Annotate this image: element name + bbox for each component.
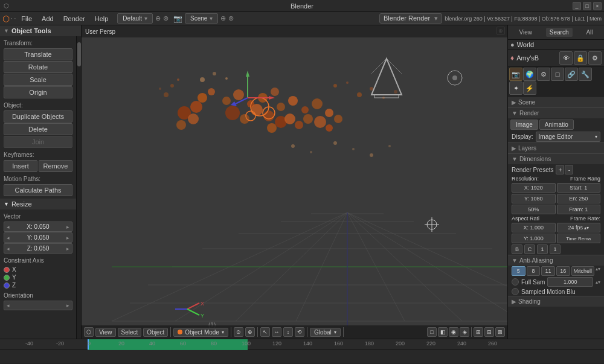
- viewport-shade-1[interactable]: □: [427, 327, 437, 337]
- menu-help[interactable]: Help: [91, 14, 113, 24]
- snap-icon[interactable]: ⊕: [245, 327, 255, 337]
- x-cb[interactable]: [4, 267, 10, 273]
- duplicate-button[interactable]: Duplicate Objects: [4, 110, 72, 123]
- fps-arrows[interactable]: ▴▾: [584, 225, 589, 231]
- calculate-paths-button[interactable]: Calculate Paths: [4, 184, 72, 196]
- pivot-icon[interactable]: ⊙: [234, 327, 243, 337]
- plus-icon[interactable]: ⊕: [155, 14, 161, 22]
- viewport-extra-3[interactable]: ⊠: [495, 327, 505, 337]
- delete-button[interactable]: Delete: [4, 123, 72, 135]
- scale-button[interactable]: Scale: [4, 74, 72, 86]
- fps-field[interactable]: 24 fps ▴▾: [557, 223, 601, 232]
- select-button[interactable]: Select: [118, 328, 142, 337]
- x-input[interactable]: ◂ X: 0.050 ▸: [4, 222, 72, 232]
- origin-button[interactable]: Origin: [4, 86, 72, 98]
- user-icon-btn-2[interactable]: 🔒: [574, 51, 587, 65]
- remove-button[interactable]: Remove: [39, 160, 72, 172]
- display-dropdown[interactable]: Image Editor ▾: [536, 132, 600, 142]
- aa-5[interactable]: 5: [512, 266, 525, 276]
- user-icon-btn-3[interactable]: ⚙: [588, 51, 602, 65]
- close-button[interactable]: ×: [593, 2, 602, 10]
- aa-filter[interactable]: Mitchell: [571, 266, 595, 276]
- view-menu-icon[interactable]: ⬡: [84, 327, 94, 337]
- left-panel-scrollbar[interactable]: [76, 36, 81, 339]
- search-tab[interactable]: Search: [546, 28, 573, 37]
- mode-selector[interactable]: Object Mode ▾: [173, 328, 228, 337]
- y-input[interactable]: ◂ Y: 0.050 ▸: [4, 232, 72, 243]
- prop-icon-particles[interactable]: ✦: [509, 81, 522, 95]
- motion-blur-cb[interactable]: [512, 288, 519, 295]
- aa-section[interactable]: ▼ Anti-Aliasing: [508, 255, 604, 266]
- minus-btn[interactable]: -: [565, 165, 573, 174]
- y-cb[interactable]: [4, 275, 10, 281]
- image-tab[interactable]: Image: [510, 120, 538, 130]
- insert-button[interactable]: Insert: [4, 160, 37, 172]
- viewport-extra-2[interactable]: ⊟: [484, 327, 494, 337]
- f2-field[interactable]: 1: [550, 244, 561, 254]
- view-tab[interactable]: View: [515, 28, 536, 37]
- user-icon-btn-1[interactable]: 👁: [559, 51, 573, 65]
- resize-section[interactable]: ▼ Resize: [0, 199, 76, 209]
- animation-tab[interactable]: Animatio: [539, 120, 574, 130]
- rotate-button[interactable]: Rotate: [4, 61, 72, 73]
- full-sample-arrows[interactable]: ▴▾: [596, 279, 600, 285]
- plus-scene-icon[interactable]: ⊕: [220, 14, 226, 22]
- x-icon[interactable]: ⊗: [163, 14, 169, 22]
- shading-section[interactable]: ▶ Shading: [508, 296, 604, 307]
- viewport-extra-1[interactable]: ⊞: [474, 327, 483, 337]
- viewport[interactable]: User Persp: [82, 25, 507, 339]
- object-button[interactable]: Object: [143, 328, 168, 337]
- full-sample-cb[interactable]: [512, 278, 519, 286]
- aa-filter-arrows[interactable]: ▴▾: [596, 266, 600, 276]
- tool-4[interactable]: ⟲: [295, 327, 304, 337]
- transform-selector[interactable]: Global ▾: [310, 328, 341, 337]
- c-field[interactable]: C: [524, 244, 535, 254]
- minimize-button[interactable]: _: [573, 2, 581, 10]
- start-field[interactable]: Start: 1: [557, 183, 601, 193]
- prop-icon-physics[interactable]: ⚡: [523, 81, 536, 95]
- res-y-field[interactable]: Y: 1080: [512, 194, 556, 203]
- maximize-button[interactable]: □: [583, 2, 591, 10]
- translate-button[interactable]: Translate: [4, 48, 72, 60]
- z-arrow-left[interactable]: ◂: [7, 246, 10, 252]
- timeline[interactable]: -40 -20 0 20 40 60 80 100 120 140 160 18…: [0, 339, 604, 363]
- asp-x-field[interactable]: X: 1.000: [512, 223, 556, 232]
- orient-arrow-right[interactable]: ▸: [66, 302, 69, 308]
- y-arrow-left[interactable]: ◂: [7, 235, 10, 241]
- workspace-selector[interactable]: Default ▾: [117, 13, 153, 24]
- all-tab[interactable]: All: [582, 28, 596, 37]
- tool-1[interactable]: ↖: [260, 327, 270, 337]
- z-arrow-right[interactable]: ▸: [66, 246, 69, 252]
- aa-11[interactable]: 11: [541, 266, 555, 276]
- plus-btn[interactable]: +: [556, 165, 564, 174]
- scene-section[interactable]: ▶ Scene: [508, 97, 604, 107]
- frame-field[interactable]: Fram: 1: [557, 205, 601, 214]
- x-arrow-left[interactable]: ◂: [7, 224, 10, 230]
- prop-icon-render[interactable]: 📷: [509, 68, 522, 81]
- join-button[interactable]: Join: [4, 136, 72, 148]
- asp-y-field[interactable]: Y: 1.000: [512, 234, 556, 243]
- render-section[interactable]: ▼ Render: [508, 107, 604, 118]
- prop-icon-constraints[interactable]: 🔗: [565, 68, 578, 81]
- y-arrow-right[interactable]: ▸: [66, 235, 69, 241]
- prop-icon-scene[interactable]: 🌍: [523, 68, 536, 81]
- prop-icon-world[interactable]: ⚙: [537, 68, 550, 81]
- b-field[interactable]: B: [512, 244, 522, 254]
- x-arrow-right[interactable]: ▸: [66, 224, 69, 230]
- engine-selector[interactable]: Blender Render ▾: [379, 13, 442, 24]
- z-input[interactable]: ◂ Z: 0.050 ▸: [4, 243, 72, 254]
- end-field[interactable]: En: 250: [557, 194, 601, 203]
- dimensions-section[interactable]: ▼ Dimensions: [508, 153, 604, 164]
- res-pct-field[interactable]: 50%: [512, 205, 556, 214]
- viewport-shade-4[interactable]: ◈: [460, 327, 469, 337]
- aa-16[interactable]: 16: [556, 266, 570, 276]
- orient-arrow-left[interactable]: ◂: [7, 302, 10, 308]
- menu-render[interactable]: Render: [59, 14, 89, 24]
- view-button[interactable]: View: [95, 328, 116, 337]
- viewport-shade-2[interactable]: ◧: [438, 327, 448, 337]
- tool-3[interactable]: ↕: [283, 327, 293, 337]
- prop-icon-modifiers[interactable]: 🔧: [579, 68, 592, 81]
- menu-file[interactable]: File: [17, 14, 36, 24]
- layers-section[interactable]: ▶ Layers: [508, 142, 604, 153]
- prop-icon-object[interactable]: □: [551, 68, 564, 81]
